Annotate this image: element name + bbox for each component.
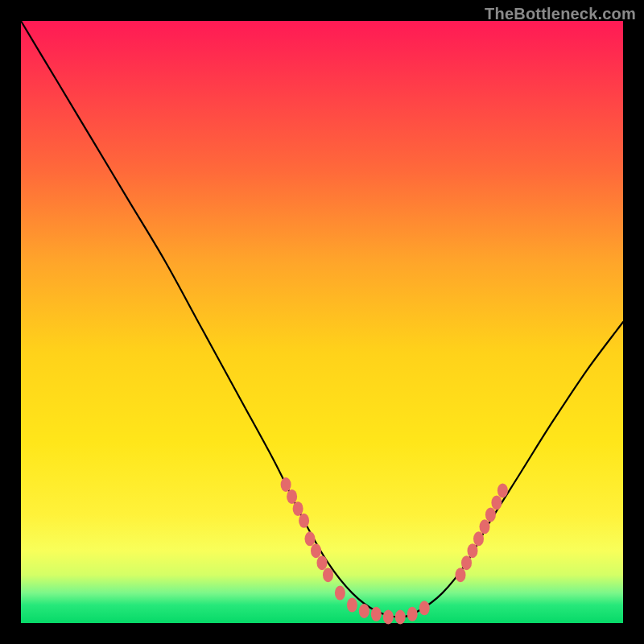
highlight-dot xyxy=(323,568,333,582)
highlight-dot xyxy=(480,519,490,534)
highlight-dot xyxy=(305,531,316,546)
highlight-dot xyxy=(383,610,394,625)
highlight-dot xyxy=(468,543,478,558)
highlight-dot xyxy=(311,543,321,558)
highlight-dot xyxy=(359,604,369,618)
highlight-dot xyxy=(299,514,309,528)
highlight-dot xyxy=(335,586,345,601)
highlight-dot xyxy=(456,568,466,582)
highlight-dot xyxy=(371,607,382,621)
highlight-dot xyxy=(485,507,496,522)
watermark-text: TheBottleneck.com xyxy=(485,5,636,23)
highlight-dot xyxy=(317,555,328,570)
bottleneck-curve xyxy=(21,21,623,617)
curve-svg xyxy=(21,21,623,623)
plot-area xyxy=(21,21,623,623)
highlight-dot xyxy=(395,610,406,625)
highlight-dot xyxy=(287,489,297,504)
highlight-dot xyxy=(419,601,430,615)
highlight-dot xyxy=(293,502,303,516)
highlight-dot xyxy=(281,477,291,492)
highlight-dot xyxy=(491,495,502,510)
highlight-dot xyxy=(497,483,508,497)
highlight-dot xyxy=(347,598,357,613)
chart-stage: TheBottleneck.com xyxy=(0,0,644,644)
highlight-dot xyxy=(461,555,472,570)
highlight-dot xyxy=(473,531,484,546)
highlight-dots xyxy=(281,477,508,625)
highlight-dot xyxy=(407,607,418,621)
